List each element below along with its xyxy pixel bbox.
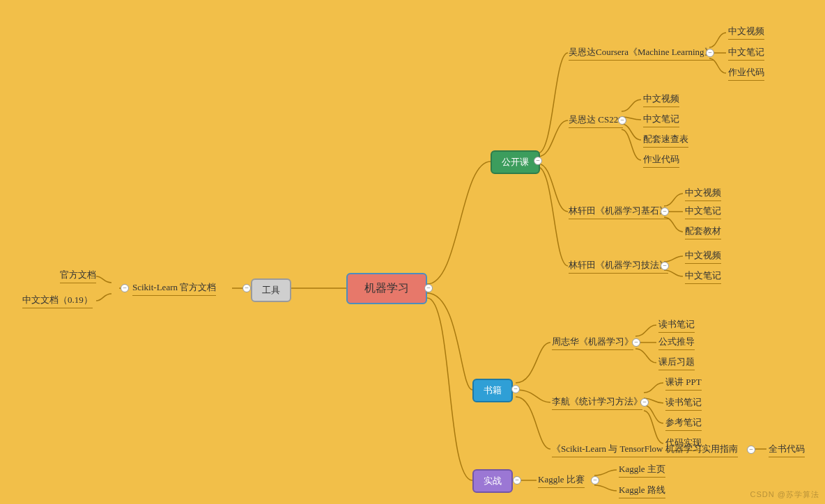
- leaf-item[interactable]: 中文笔记: [685, 269, 721, 284]
- expand-handle[interactable]: −: [121, 284, 129, 292]
- subnode-tools[interactable]: Scikit-Learn 官方文档: [132, 281, 216, 296]
- node-label: 工具: [262, 285, 280, 295]
- node-tools[interactable]: 工具: [251, 278, 291, 302]
- leaf-item[interactable]: 作业代码: [643, 153, 679, 168]
- leaf-item[interactable]: 配套教材: [685, 225, 721, 239]
- center-label: 机器学习: [364, 282, 409, 294]
- expand-handle[interactable]: −: [618, 116, 626, 125]
- leaf-item[interactable]: 读书笔记: [665, 396, 702, 411]
- course-cs229[interactable]: 吴恩达 CS229: [569, 113, 623, 128]
- leaf-item[interactable]: 参考笔记: [665, 416, 702, 431]
- leaf-item[interactable]: 官方文档: [60, 269, 96, 283]
- leaf-item[interactable]: Kaggle 路线: [619, 484, 665, 498]
- book-sklearn-tf[interactable]: 《Scikit-Learn 与 TensorFlow 机器学习实用指南: [552, 443, 738, 457]
- node-label: 实战: [484, 475, 502, 486]
- node-courses[interactable]: 公开课: [491, 150, 540, 174]
- expand-handle[interactable]: −: [534, 157, 542, 165]
- leaf-item[interactable]: 读书笔记: [658, 318, 695, 333]
- node-label: 公开课: [502, 157, 529, 167]
- course-coursera[interactable]: 吴恩达Coursera《Machine Learning》: [569, 46, 714, 61]
- book-zhou[interactable]: 周志华《机器学习》: [552, 336, 633, 350]
- expand-handle[interactable]: −: [747, 446, 755, 454]
- expand-handle[interactable]: −: [511, 385, 520, 393]
- leaf-item[interactable]: 课讲 PPT: [665, 376, 702, 391]
- subnode-kaggle[interactable]: Kaggle 比赛: [538, 473, 585, 488]
- leaf-item[interactable]: 中文视频: [643, 93, 679, 107]
- leaf-item[interactable]: 作业代码: [728, 66, 764, 81]
- expand-handle[interactable]: −: [424, 284, 433, 292]
- book-lihang[interactable]: 李航《统计学习方法》: [552, 395, 642, 410]
- leaf-item[interactable]: Kaggle 主页: [619, 463, 665, 478]
- watermark: CSDN @苏学算法: [750, 489, 819, 500]
- course-techniques[interactable]: 林轩田《机器学习技法》: [569, 259, 668, 274]
- expand-handle[interactable]: −: [591, 476, 599, 485]
- leaf-item[interactable]: 课后习题: [658, 356, 695, 370]
- expand-handle[interactable]: −: [661, 207, 669, 216]
- leaf-item[interactable]: 中文视频: [685, 187, 721, 201]
- leaf-item[interactable]: 中文视频: [685, 249, 721, 264]
- leaf-item[interactable]: 中文笔记: [643, 113, 679, 127]
- leaf-item[interactable]: 中文笔记: [685, 205, 721, 219]
- mindmap-canvas: 机器学习 − 工具 − Scikit-Learn 官方文档 − 官方文档 中文文…: [0, 0, 825, 504]
- leaf-item[interactable]: 中文文档（0.19）: [22, 294, 93, 308]
- expand-handle[interactable]: −: [640, 398, 649, 407]
- expand-handle[interactable]: −: [706, 49, 714, 57]
- node-books[interactable]: 书籍: [472, 379, 513, 402]
- leaf-item[interactable]: 全书代码: [769, 443, 805, 457]
- leaf-item[interactable]: 公式推导: [658, 336, 695, 350]
- node-label: 书籍: [484, 385, 502, 395]
- expand-handle[interactable]: −: [242, 284, 251, 292]
- node-practice[interactable]: 实战: [472, 469, 513, 493]
- leaf-item[interactable]: 中文笔记: [728, 46, 764, 61]
- center-node[interactable]: 机器学习: [346, 273, 427, 304]
- expand-handle[interactable]: −: [661, 262, 669, 270]
- course-foundation[interactable]: 林轩田《机器学习基石》: [569, 205, 668, 219]
- leaf-item[interactable]: 中文视频: [728, 25, 764, 40]
- leaf-item[interactable]: 配套速查表: [643, 133, 688, 148]
- expand-handle[interactable]: −: [632, 338, 640, 347]
- expand-handle[interactable]: −: [513, 476, 521, 485]
